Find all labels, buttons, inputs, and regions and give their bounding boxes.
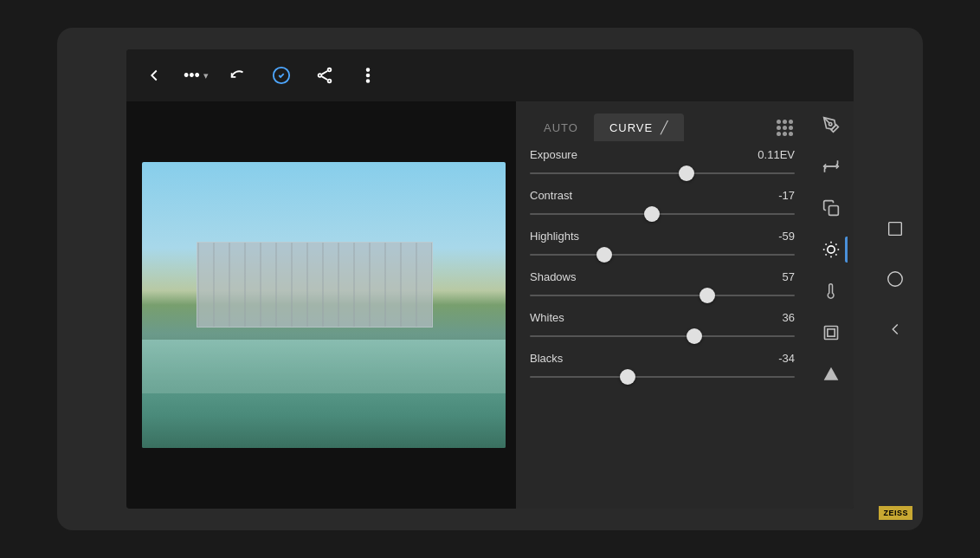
svg-marker-22: [824, 367, 839, 380]
shadows-label: Shadows: [530, 270, 576, 283]
highlights-row: Highlights -59: [530, 230, 795, 262]
blacks-slider[interactable]: [530, 370, 795, 384]
sliders-content: Exposure 0.11EV: [530, 148, 840, 502]
android-nav: [883, 217, 907, 341]
main-content: AUTO CURVE ╱: [126, 101, 854, 509]
exposure-row: Exposure 0.11EV: [530, 148, 795, 180]
shadows-row: Shadows 57: [530, 270, 795, 302]
whites-row: Whites 36: [530, 311, 795, 343]
frame-icon[interactable]: [815, 316, 848, 349]
tab-bar: AUTO CURVE ╱: [516, 101, 854, 145]
svg-rect-21: [828, 329, 835, 336]
temperature-icon[interactable]: [815, 275, 848, 308]
grid-icon[interactable]: [770, 114, 798, 141]
highlights-slider[interactable]: [530, 248, 795, 262]
exposure-slider[interactable]: [530, 166, 795, 180]
shadows-slider[interactable]: [530, 289, 795, 302]
svg-point-7: [367, 75, 370, 77]
android-square-button[interactable]: [883, 217, 907, 241]
tab-auto-label: AUTO: [544, 121, 578, 134]
tab-curve-label: CURVE: [609, 121, 653, 134]
svg-point-8: [367, 80, 370, 82]
tab-curve[interactable]: CURVE ╱: [594, 114, 684, 141]
crop-rotate-icon[interactable]: [815, 150, 848, 183]
more-button[interactable]: ••• ▾: [184, 67, 209, 85]
light-adjust-icon[interactable]: [815, 233, 848, 266]
chevron-down-icon: ▾: [203, 70, 209, 81]
android-home-button[interactable]: [883, 267, 907, 291]
exposure-label: Exposure: [530, 148, 577, 161]
histogram-icon[interactable]: [815, 358, 848, 391]
curve-line-icon: ╱: [661, 120, 668, 134]
android-back-button[interactable]: [883, 317, 907, 341]
share-button[interactable]: [311, 62, 338, 89]
contrast-label: Contrast: [530, 189, 572, 202]
whites-value: 36: [783, 311, 795, 324]
svg-line-4: [322, 76, 327, 80]
shadows-value: 57: [783, 270, 795, 283]
contrast-value: -17: [778, 189, 795, 202]
highlights-label: Highlights: [530, 230, 579, 243]
svg-line-15: [835, 254, 836, 255]
more-dots-icon: •••: [184, 67, 200, 85]
svg-point-2: [319, 74, 322, 77]
undo-button[interactable]: [224, 62, 252, 89]
toolbar: ••• ▾: [126, 49, 854, 101]
svg-rect-23: [889, 223, 902, 236]
svg-point-1: [328, 68, 332, 72]
photo-area: [126, 101, 516, 509]
right-panel: AUTO CURVE ╱: [516, 101, 854, 509]
zeiss-logo: ZEISS: [879, 506, 912, 520]
blacks-label: Blacks: [530, 352, 563, 365]
svg-point-3: [328, 80, 332, 83]
back-button[interactable]: [140, 62, 168, 89]
grid-dots-icon: [777, 120, 793, 136]
photo-building: [197, 242, 433, 328]
blacks-row: Blacks -34: [530, 352, 795, 384]
whites-slider[interactable]: [530, 329, 795, 343]
confirm-button[interactable]: [268, 62, 295, 89]
svg-point-24: [888, 272, 903, 287]
svg-rect-10: [829, 206, 839, 216]
active-indicator: [845, 237, 848, 263]
contrast-slider[interactable]: [530, 207, 795, 221]
contrast-row: Contrast -17: [530, 189, 795, 221]
tab-auto[interactable]: AUTO: [528, 114, 594, 141]
photo-water: [142, 340, 506, 448]
svg-line-5: [322, 71, 327, 75]
highlights-value: -59: [778, 230, 795, 243]
svg-point-6: [367, 68, 370, 71]
brush-icon[interactable]: [815, 108, 848, 141]
svg-line-14: [826, 244, 827, 245]
photo: [142, 162, 506, 448]
svg-line-18: [826, 254, 827, 255]
blacks-value: -34: [778, 352, 795, 365]
svg-point-9: [829, 123, 832, 126]
menu-button[interactable]: [354, 62, 382, 89]
exposure-value: 0.11EV: [758, 148, 795, 161]
device-frame: ••• ▾: [57, 28, 923, 530]
sliders-area: Exposure 0.11EV: [516, 145, 854, 509]
svg-line-19: [835, 244, 836, 245]
side-icons: [809, 101, 854, 509]
copy-icon[interactable]: [815, 191, 848, 224]
svg-point-11: [828, 246, 835, 253]
svg-rect-20: [825, 327, 838, 340]
whites-label: Whites: [530, 311, 564, 324]
screen: ••• ▾: [126, 49, 854, 509]
